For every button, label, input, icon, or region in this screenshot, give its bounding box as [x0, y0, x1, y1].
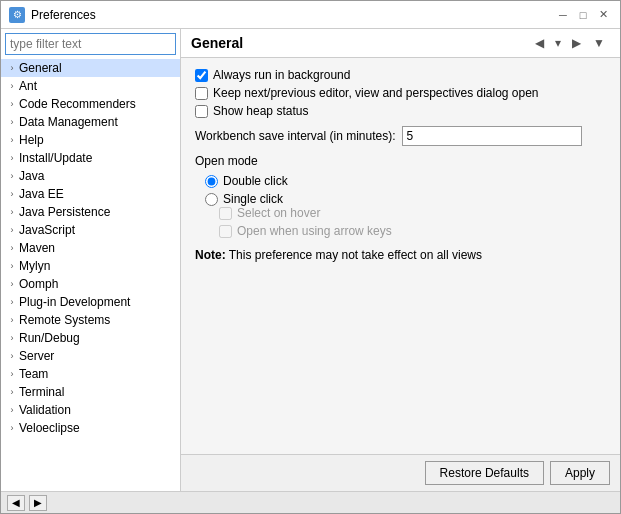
select-hover-checkbox[interactable]	[219, 207, 232, 220]
maximize-button[interactable]: □	[574, 6, 592, 24]
sidebar-item-mylyn[interactable]: ›Mylyn	[1, 257, 180, 275]
minimize-button[interactable]: ─	[554, 6, 572, 24]
preferences-window: ⚙ Preferences ─ □ ✕ ›General›Ant›Code Re…	[0, 0, 621, 514]
title-bar-left: ⚙ Preferences	[9, 7, 96, 23]
always-run-bg-checkbox[interactable]	[195, 69, 208, 82]
keep-editor-row: Keep next/previous editor, view and pers…	[195, 86, 606, 100]
sidebar-item-run-debug[interactable]: ›Run/Debug	[1, 329, 180, 347]
tree-arrow-icon: ›	[5, 79, 19, 93]
tree-item-label: Data Management	[19, 115, 118, 129]
sidebar-item-server[interactable]: ›Server	[1, 347, 180, 365]
status-bar: ◀ ▶	[1, 491, 620, 513]
workbench-input[interactable]	[402, 126, 582, 146]
sidebar-item-java[interactable]: ›Java	[1, 167, 180, 185]
single-click-label: Single click	[223, 192, 283, 206]
sidebar-item-plug-in-development[interactable]: ›Plug-in Development	[1, 293, 180, 311]
double-click-row: Double click	[205, 174, 606, 188]
tree-item-label: General	[19, 61, 62, 75]
tree-arrow-icon: ›	[5, 223, 19, 237]
panel-header: General ◀ ▾ ▶ ▼	[181, 29, 620, 58]
close-button[interactable]: ✕	[594, 6, 612, 24]
tree-arrow-icon: ›	[5, 385, 19, 399]
sidebar-item-ant[interactable]: ›Ant	[1, 77, 180, 95]
nav-forward-button[interactable]: ▶	[567, 33, 586, 53]
panel-content: Always run in background Keep next/previ…	[181, 58, 620, 454]
tree-arrow-icon: ›	[5, 97, 19, 111]
tree-item-label: JavaScript	[19, 223, 75, 237]
tree-arrow-icon: ›	[5, 151, 19, 165]
sidebar-item-javascript[interactable]: ›JavaScript	[1, 221, 180, 239]
sidebar-item-team[interactable]: ›Team	[1, 365, 180, 383]
sidebar-item-terminal[interactable]: ›Terminal	[1, 383, 180, 401]
sidebar-item-code-recommenders[interactable]: ›Code Recommenders	[1, 95, 180, 113]
keep-editor-checkbox[interactable]	[195, 87, 208, 100]
tree-arrow-icon: ›	[5, 403, 19, 417]
sidebar-item-general[interactable]: ›General	[1, 59, 180, 77]
tree-item-label: Remote Systems	[19, 313, 110, 327]
nav-back-button[interactable]: ◀	[530, 33, 549, 53]
tree-arrow-icon: ›	[5, 349, 19, 363]
bottom-bar: Restore Defaults Apply	[181, 454, 620, 491]
status-next-button[interactable]: ▶	[29, 495, 47, 511]
tree-arrow-icon: ›	[5, 133, 19, 147]
sidebar-item-maven[interactable]: ›Maven	[1, 239, 180, 257]
open-arrow-checkbox[interactable]	[219, 225, 232, 238]
tree-item-label: Java	[19, 169, 44, 183]
tree-container: ›General›Ant›Code Recommenders›Data Mana…	[1, 59, 180, 491]
tree-arrow-icon: ›	[5, 277, 19, 291]
tree-arrow-icon: ›	[5, 295, 19, 309]
tree-arrow-icon: ›	[5, 313, 19, 327]
tree-item-label: Run/Debug	[19, 331, 80, 345]
panel-title: General	[191, 35, 243, 51]
note-text: Note: This preference may not take effec…	[195, 248, 606, 262]
tree-item-label: Oomph	[19, 277, 58, 291]
main-content: ›General›Ant›Code Recommenders›Data Mana…	[1, 29, 620, 491]
show-heap-label: Show heap status	[213, 104, 308, 118]
tree-item-label: Mylyn	[19, 259, 50, 273]
sidebar-item-veloeclipse[interactable]: ›Veloeclipse	[1, 419, 180, 437]
select-hover-label: Select on hover	[237, 206, 320, 220]
tree-item-label: Install/Update	[19, 151, 92, 165]
tree-arrow-icon: ›	[5, 169, 19, 183]
tree-arrow-icon: ›	[5, 61, 19, 75]
open-mode-label: Open mode	[195, 154, 606, 168]
single-click-radio[interactable]	[205, 193, 218, 206]
note-detail: This preference may not take effect on a…	[226, 248, 482, 262]
sidebar: ›General›Ant›Code Recommenders›Data Mana…	[1, 29, 181, 491]
open-mode-radio-group: Double click Single click	[205, 174, 606, 206]
window-title: Preferences	[31, 8, 96, 22]
tree-item-label: Server	[19, 349, 54, 363]
keep-editor-label: Keep next/previous editor, view and pers…	[213, 86, 539, 100]
nav-dropdown-button[interactable]: ▼	[588, 33, 610, 53]
restore-defaults-button[interactable]: Restore Defaults	[425, 461, 544, 485]
sidebar-item-help[interactable]: ›Help	[1, 131, 180, 149]
sidebar-item-oomph[interactable]: ›Oomph	[1, 275, 180, 293]
tree-item-label: Maven	[19, 241, 55, 255]
status-prev-button[interactable]: ◀	[7, 495, 25, 511]
search-input[interactable]	[5, 33, 176, 55]
status-nav: ◀ ▶	[7, 495, 47, 511]
always-run-bg-label: Always run in background	[213, 68, 350, 82]
workbench-label: Workbench save interval (in minutes):	[195, 129, 396, 143]
tree-item-label: Help	[19, 133, 44, 147]
always-run-bg-row: Always run in background	[195, 68, 606, 82]
tree-arrow-icon: ›	[5, 259, 19, 273]
apply-button[interactable]: Apply	[550, 461, 610, 485]
select-hover-row: Select on hover	[219, 206, 606, 220]
tree-arrow-icon: ›	[5, 241, 19, 255]
sidebar-item-install-update[interactable]: ›Install/Update	[1, 149, 180, 167]
note-bold: Note:	[195, 248, 226, 262]
show-heap-checkbox[interactable]	[195, 105, 208, 118]
sidebar-item-java-persistence[interactable]: ›Java Persistence	[1, 203, 180, 221]
sidebar-item-data-management[interactable]: ›Data Management	[1, 113, 180, 131]
double-click-label: Double click	[223, 174, 288, 188]
open-arrow-label: Open when using arrow keys	[237, 224, 392, 238]
sub-options: Select on hover Open when using arrow ke…	[219, 206, 606, 238]
sidebar-item-java-ee[interactable]: ›Java EE	[1, 185, 180, 203]
main-panel: General ◀ ▾ ▶ ▼ Always run in background	[181, 29, 620, 491]
window-icon: ⚙	[9, 7, 25, 23]
sidebar-item-remote-systems[interactable]: ›Remote Systems	[1, 311, 180, 329]
double-click-radio[interactable]	[205, 175, 218, 188]
tree-arrow-icon: ›	[5, 367, 19, 381]
sidebar-item-validation[interactable]: ›Validation	[1, 401, 180, 419]
